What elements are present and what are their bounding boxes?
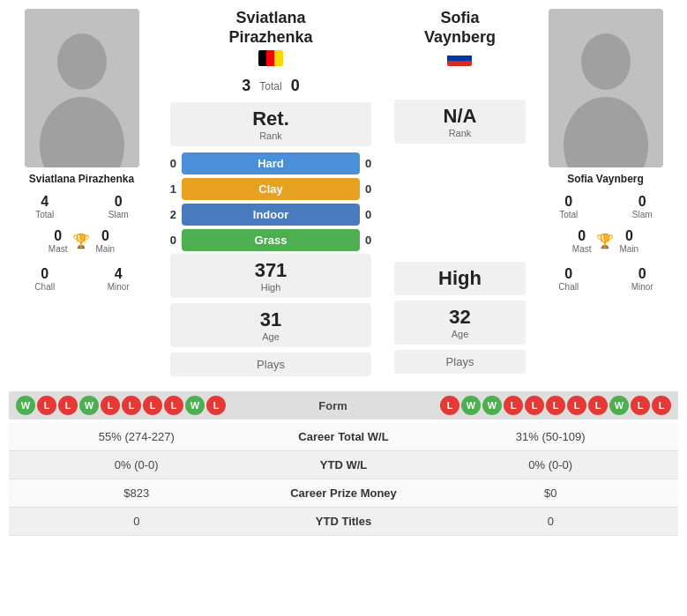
- right-rank-label: Rank: [412, 128, 508, 138]
- form-section: WLLWLLLLWL Form LWWLLLLLWLL: [9, 391, 678, 419]
- right-chall-value: 0: [534, 266, 603, 282]
- right-mast-label: Mast: [572, 244, 592, 254]
- grass-left-num: 0: [159, 234, 176, 247]
- left-mast-cell: 0 Mast: [47, 225, 70, 257]
- form-badge: L: [206, 396, 226, 415]
- left-total-value: 4: [11, 194, 79, 210]
- right-age-box: 32 Age: [394, 301, 526, 345]
- form-badge: L: [164, 396, 183, 415]
- right-total-num: 0: [291, 77, 300, 95]
- right-plays-box: Plays: [394, 350, 526, 374]
- hard-left-num: 0: [159, 157, 176, 170]
- clay-right-num: 0: [365, 182, 383, 196]
- left-rank-value: Ret.: [188, 108, 355, 130]
- right-plays-label: Plays: [412, 355, 508, 368]
- stats-center-0: Career Total W/L: [256, 430, 432, 443]
- left-slam-label: Slam: [85, 210, 153, 219]
- indoor-left-num: 2: [159, 208, 176, 221]
- left-minor-cell: 4 Minor: [83, 263, 155, 295]
- left-high-value: 371: [188, 259, 355, 282]
- main-container: Sviatlana Pirazhenka 4 Total 0 Slam 0 Ma…: [0, 0, 687, 536]
- left-main-cell: 0 Main: [93, 225, 116, 257]
- left-main-value: 0: [95, 228, 115, 244]
- form-badge: L: [143, 396, 162, 415]
- right-trophy-icon: 🏆: [596, 233, 614, 249]
- stats-right-0: 31% (50-109): [432, 430, 670, 443]
- left-plays-label: Plays: [188, 358, 355, 371]
- left-player-stats: 4 Total 0 Slam: [9, 190, 154, 223]
- hard-btn[interactable]: Hard: [182, 152, 360, 174]
- form-badge: L: [504, 396, 523, 415]
- left-chall-label: Chall: [11, 282, 79, 292]
- stats-row: 55% (274-227) Career Total W/L 31% (50-1…: [9, 423, 678, 451]
- totals-label: Total: [259, 80, 281, 93]
- stats-right-3: 0: [432, 515, 670, 528]
- left-chall-cell: 0 Chall: [9, 263, 81, 295]
- left-rank-label: Rank: [188, 130, 355, 141]
- grass-right-num: 0: [365, 234, 383, 247]
- stats-row: $823 Career Prize Money $0: [9, 479, 678, 508]
- left-age-label: Age: [188, 331, 355, 342]
- right-player-card: Sofia Vaynberg 0 Total 0 Slam 0 Mast 🏆: [533, 9, 678, 379]
- form-badge: L: [588, 396, 608, 415]
- right-age-value: 32: [412, 306, 508, 329]
- left-main-label: Main: [95, 244, 115, 254]
- right-minor-label: Minor: [609, 282, 677, 292]
- left-minor-value: 4: [85, 266, 153, 282]
- left-total-cell: 4 Total: [9, 190, 81, 223]
- clay-left-num: 1: [159, 182, 176, 196]
- right-rank-value: N/A: [412, 105, 508, 128]
- form-badge: L: [101, 396, 120, 415]
- center-inner: SviatlanaPirazhenka 3 Total 0 Ret. Rank: [154, 9, 387, 379]
- right-mast-value: 0: [572, 228, 592, 244]
- right-slam-cell: 0 Slam: [607, 190, 679, 223]
- stats-left-3: 0: [18, 515, 256, 528]
- stats-center-2: Career Prize Money: [256, 486, 432, 500]
- left-slam-cell: 0 Slam: [83, 190, 155, 223]
- left-high-label: High: [188, 282, 355, 293]
- indoor-right-num: 0: [365, 208, 383, 221]
- stats-right-1: 0% (0-0): [432, 458, 670, 471]
- indoor-btn[interactable]: Indoor: [182, 204, 360, 226]
- right-slam-label: Slam: [609, 210, 677, 219]
- right-center-name: SofiaVaynberg: [424, 9, 496, 47]
- right-age-label: Age: [412, 329, 508, 339]
- clay-btn[interactable]: Clay: [182, 178, 360, 200]
- stats-left-1: 0% (0-0): [18, 458, 256, 471]
- left-plays-box: Plays: [170, 353, 372, 376]
- right-main-cell: 0 Main: [617, 225, 640, 257]
- left-mast-value: 0: [49, 228, 68, 244]
- right-total-cell: 0 Total: [533, 190, 605, 223]
- form-badge: L: [546, 396, 565, 415]
- form-badge: L: [567, 396, 586, 415]
- form-badge: W: [461, 396, 481, 415]
- stats-center-1: YTD W/L: [256, 458, 432, 471]
- left-chall-value: 0: [11, 266, 79, 282]
- right-high-box: High: [394, 262, 526, 295]
- right-player-stats: 0 Total 0 Slam: [533, 190, 678, 223]
- right-slam-value: 0: [609, 194, 677, 210]
- surfaces-list: 0 Hard 0 1 Clay 0 2 Indoor 0: [159, 152, 383, 251]
- right-total-label: Total: [534, 210, 603, 219]
- right-center-panel: SofiaVaynberg N/A Rank High 32 Age: [387, 9, 533, 379]
- surface-row-clay: 1 Clay 0: [159, 178, 383, 200]
- left-player-avatar: [25, 9, 139, 167]
- form-label: Form: [226, 399, 440, 412]
- right-flag-icon: [447, 50, 472, 66]
- right-chall-cell: 0 Chall: [533, 263, 605, 295]
- right-main-label: Main: [619, 244, 638, 254]
- left-high-box: 371 High: [170, 254, 372, 298]
- stats-left-0: 55% (274-227): [18, 430, 256, 443]
- left-trophy-icon: 🏆: [72, 233, 90, 249]
- right-minor-cell: 0 Minor: [607, 263, 679, 295]
- form-badge: L: [122, 396, 141, 415]
- right-mast-cell: 0 Mast: [571, 225, 594, 257]
- form-badge: W: [79, 396, 99, 415]
- player-section: Sviatlana Pirazhenka 4 Total 0 Slam 0 Ma…: [0, 0, 687, 388]
- form-badge: L: [631, 396, 650, 415]
- grass-btn[interactable]: Grass: [182, 229, 360, 251]
- form-badge: L: [652, 396, 671, 415]
- form-right-badges: LWWLLLLLWLL: [440, 396, 671, 415]
- left-bottom-stats: 0 Chall 4 Minor: [9, 263, 154, 295]
- right-high-value: High: [412, 267, 508, 290]
